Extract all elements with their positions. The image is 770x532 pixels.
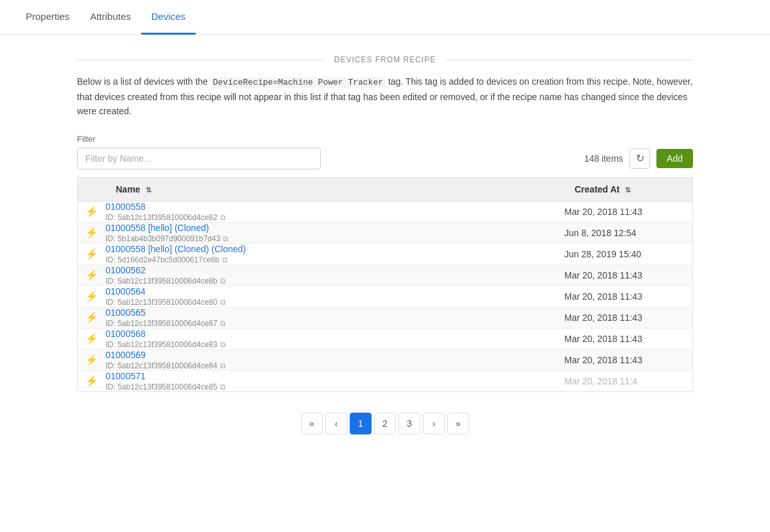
- col-header-created[interactable]: Created At ⇅: [565, 177, 693, 201]
- device-id: ID: 5d166d2e47bc5d000617ce6b ⧉: [106, 255, 565, 264]
- tab-properties[interactable]: Properties: [15, 0, 80, 35]
- table-row: ⚡ 01000568 ID: 5ab12c13f395810006d4ce83 …: [78, 328, 693, 349]
- device-id-text: ID: 5ab12c13f395810006d4ce80: [106, 298, 218, 307]
- device-info-cell: 01000558 [hello] (Cloned) (Cloned) ID: 5…: [106, 243, 565, 264]
- device-id-text: ID: 5ab12c13f395810006d4ce87: [106, 319, 218, 328]
- table-row: ⚡ 01000565 ID: 5ab12c13f395810006d4ce87 …: [78, 307, 693, 328]
- copy-icon[interactable]: ⧉: [222, 255, 228, 264]
- copy-icon[interactable]: ⧉: [220, 277, 226, 286]
- page-3-button[interactable]: 3: [398, 413, 420, 434]
- description-text: Below is a list of devices with the Devi…: [77, 74, 693, 119]
- device-status-cell: ⚡: [78, 243, 106, 264]
- page-next-button[interactable]: ›: [423, 413, 445, 434]
- table-row: ⚡ 01000564 ID: 5ab12c13f395810006d4ce80 …: [78, 286, 693, 307]
- device-name-link[interactable]: 01000558 [hello] (Cloned): [106, 223, 209, 233]
- device-id: ID: 5ab12c13f395810006d4ce80 ⧉: [106, 298, 565, 307]
- col-header-name[interactable]: Name ⇅: [106, 177, 565, 201]
- device-created-cell: Jun 28, 2019 15:40: [565, 243, 693, 264]
- table-row: ⚡ 01000558 [hello] (Cloned) ID: 5b1ab4b3…: [78, 222, 693, 243]
- device-info-cell: 01000558 ID: 5ab12c13f395810006d4ce82 ⧉: [106, 201, 565, 222]
- device-created-cell: Mar 20, 2018 11:43: [565, 201, 693, 222]
- copy-icon[interactable]: ⧉: [220, 213, 226, 222]
- device-name-link[interactable]: 01000562: [106, 265, 146, 275]
- table-header: Name ⇅ Created At ⇅: [78, 177, 693, 201]
- device-name-link[interactable]: 01000569: [106, 350, 146, 360]
- device-info-cell: 01000568 ID: 5ab12c13f395810006d4ce83 ⧉: [106, 328, 565, 349]
- device-status-icon: ⚡: [85, 333, 98, 344]
- tabs-bar: Properties Attributes Devices: [0, 0, 770, 35]
- page-last-button[interactable]: »: [447, 413, 469, 434]
- device-status-cell: ⚡: [78, 370, 106, 391]
- device-status-cell: ⚡: [78, 349, 106, 370]
- refresh-icon: ↻: [636, 152, 644, 164]
- device-id: ID: 5ab12c13f395810006d4ce83 ⧉: [106, 340, 565, 349]
- main-content: DEVICES FROM RECIPE Below is a list of d…: [0, 35, 770, 476]
- tab-devices[interactable]: Devices: [141, 0, 196, 35]
- table-row: ⚡ 01000571 ID: 5ab12c13f395810006d4ce85 …: [78, 370, 693, 391]
- device-status-icon: ⚡: [85, 312, 98, 323]
- filter-section: Filter 148 items ↻ Add: [77, 134, 693, 169]
- device-created-cell: Mar 20, 2018 11:4: [565, 370, 693, 391]
- tab-attributes[interactable]: Attributes: [80, 0, 141, 35]
- device-status-cell: ⚡: [78, 222, 106, 243]
- page-2-button[interactable]: 2: [374, 413, 396, 434]
- refresh-button[interactable]: ↻: [629, 148, 650, 169]
- device-status-cell: ⚡: [78, 201, 106, 222]
- device-created-cell: Mar 20, 2018 11:43: [565, 328, 693, 349]
- device-id: ID: 5ab12c13f395810006d4ce85 ⧉: [106, 382, 565, 391]
- copy-icon[interactable]: ⧉: [223, 234, 228, 243]
- device-status-cell: ⚡: [78, 307, 106, 328]
- device-name-link[interactable]: 01000568: [106, 329, 146, 339]
- device-id: ID: 5ab12c13f395810006d4ce84 ⧉: [106, 361, 565, 370]
- device-created-cell: Mar 20, 2018 11:43: [565, 349, 693, 370]
- device-info-cell: 01000564 ID: 5ab12c13f395810006d4ce80 ⧉: [106, 286, 565, 307]
- device-created-cell: Mar 20, 2018 11:43: [565, 307, 693, 328]
- devices-table: Name ⇅ Created At ⇅ ⚡ 01000558 ID: 5ab12…: [77, 177, 693, 392]
- device-id-text: ID: 5ab12c13f395810006d4ce83: [106, 340, 218, 349]
- right-controls: 148 items ↻ Add: [584, 148, 693, 169]
- copy-icon[interactable]: ⧉: [220, 319, 226, 328]
- device-id: ID: 5b1ab4b3b097d900091b7d43 ⧉: [106, 234, 565, 243]
- table-row: ⚡ 01000562 ID: 5ab12c13f395810006d4ce8b …: [78, 264, 693, 286]
- device-name-link[interactable]: 01000564: [106, 286, 146, 296]
- device-info-cell: 01000569 ID: 5ab12c13f395810006d4ce84 ⧉: [106, 349, 565, 370]
- device-id-text: ID: 5ab12c13f395810006d4ce84: [106, 361, 218, 370]
- copy-icon[interactable]: ⧉: [220, 340, 226, 349]
- device-status-icon: ⚡: [85, 354, 98, 365]
- copy-icon[interactable]: ⧉: [220, 361, 226, 370]
- filter-input[interactable]: [77, 148, 321, 169]
- page-prev-button[interactable]: ‹: [325, 413, 347, 434]
- add-button[interactable]: Add: [656, 149, 693, 168]
- device-status-cell: ⚡: [78, 286, 106, 307]
- filter-row: 148 items ↻ Add: [77, 148, 693, 169]
- copy-icon[interactable]: ⧉: [220, 298, 226, 307]
- device-status-icon: ⚡: [85, 227, 98, 238]
- pagination: « ‹ 1 2 3 › »: [77, 413, 693, 455]
- items-count: 148 items: [584, 153, 623, 164]
- col-header-icon: [78, 177, 106, 201]
- device-name-link[interactable]: 01000571: [106, 371, 146, 381]
- device-info-cell: 01000562 ID: 5ab12c13f395810006d4ce8b ⧉: [106, 264, 565, 286]
- device-id-text: ID: 5ab12c13f395810006d4ce8b: [106, 277, 218, 286]
- section-title: DEVICES FROM RECIPE: [324, 55, 446, 64]
- table-row: ⚡ 01000558 [hello] (Cloned) (Cloned) ID:…: [78, 243, 693, 264]
- device-info-cell: 01000565 ID: 5ab12c13f395810006d4ce87 ⧉: [106, 307, 565, 328]
- device-name-link[interactable]: 01000558: [106, 202, 146, 212]
- device-name-link[interactable]: 01000558 [hello] (Cloned) (Cloned): [106, 244, 246, 254]
- filter-label: Filter: [77, 134, 693, 144]
- device-status-icon: ⚡: [85, 270, 98, 280]
- device-id-text: ID: 5ab12c13f395810006d4ce82: [106, 213, 218, 222]
- device-id-text: ID: 5b1ab4b3b097d900091b7d43: [106, 234, 221, 243]
- page-first-button[interactable]: «: [301, 413, 323, 434]
- device-status-icon: ⚡: [85, 291, 98, 302]
- device-id: ID: 5ab12c13f395810006d4ce8b ⧉: [106, 277, 565, 286]
- device-status-icon: ⚡: [85, 248, 98, 259]
- table-row: ⚡ 01000558 ID: 5ab12c13f395810006d4ce82 …: [78, 201, 693, 222]
- copy-icon[interactable]: ⧉: [220, 382, 226, 391]
- device-info-cell: 01000571 ID: 5ab12c13f395810006d4ce85 ⧉: [106, 370, 565, 391]
- device-id: ID: 5ab12c13f395810006d4ce82 ⧉: [106, 213, 565, 222]
- device-name-link[interactable]: 01000565: [106, 307, 146, 318]
- device-id: ID: 5ab12c13f395810006d4ce87 ⧉: [106, 319, 565, 328]
- page-1-button[interactable]: 1: [350, 413, 372, 434]
- device-status-cell: ⚡: [78, 328, 106, 349]
